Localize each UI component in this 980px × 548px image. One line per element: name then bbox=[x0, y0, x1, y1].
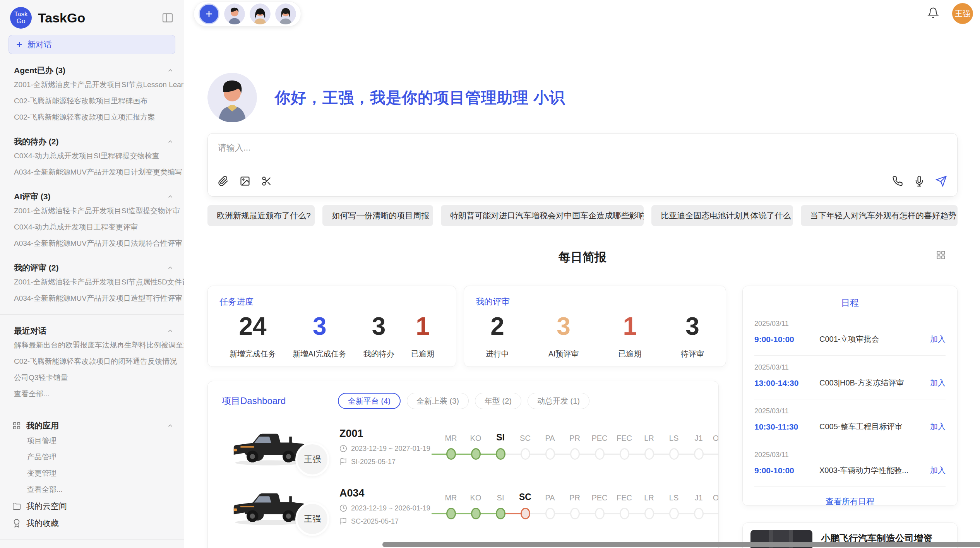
input-toolbar bbox=[218, 175, 947, 187]
sidebar-chat-item[interactable]: Z001-全新燃油轻卡产品开发项目SI造型提交物评审 bbox=[0, 203, 184, 219]
sidebar-chat-item[interactable]: C02-飞腾新能源轻客改款项目立项汇报方案 bbox=[0, 109, 184, 125]
collapse-sidebar-icon[interactable] bbox=[161, 12, 174, 24]
join-link[interactable]: 加入 bbox=[930, 378, 946, 388]
milestone-dot bbox=[496, 508, 505, 519]
sidebar-chat-item[interactable]: C02-飞腾新能源轻客改款项目里程碑画布 bbox=[0, 93, 184, 109]
layout-grid-icon[interactable] bbox=[936, 250, 946, 260]
sidebar-item-ai-super-staff[interactable]: AI超级员工 bbox=[0, 545, 184, 548]
task-progress-card: 任务进度 24 新增完成任务 3 bbox=[207, 286, 456, 367]
scissors-icon[interactable] bbox=[261, 176, 272, 187]
join-link[interactable]: 加入 bbox=[930, 421, 946, 432]
section-recent-chats[interactable]: 最近对话 bbox=[0, 325, 184, 337]
chevron-up-icon[interactable] bbox=[167, 264, 174, 271]
project-row[interactable]: 王强 A034 2023-12-19 ~ 2026-01-19 bbox=[222, 484, 711, 528]
stat-label: 新增AI完成任务 bbox=[293, 349, 346, 359]
attachment-icon[interactable] bbox=[218, 176, 229, 187]
dashboard-tab[interactable]: 全新平台 (4) bbox=[338, 393, 401, 409]
milestone-label: PEC bbox=[591, 492, 607, 507]
sidebar-chat-item[interactable]: C0X4-动力总成开发项目SI里程碑提交物检查 bbox=[0, 148, 184, 164]
send-icon[interactable] bbox=[935, 175, 947, 187]
milestone-label: SC bbox=[519, 492, 531, 507]
chevron-up-icon[interactable] bbox=[167, 138, 174, 145]
image-upload-icon[interactable] bbox=[240, 176, 250, 187]
project-row[interactable]: 王强 Z001 2023-12-19 ~ 2027-01-19 bbox=[222, 425, 711, 469]
sidebar-chat-item[interactable]: A034-全新新能源MUV产品开发项目造型可行性评审 bbox=[0, 290, 184, 307]
milestone-dot bbox=[471, 508, 481, 519]
project-owner-badge: 王强 bbox=[295, 502, 329, 536]
milestone-dot bbox=[694, 508, 704, 519]
stat-value: 3 bbox=[557, 314, 571, 339]
phone-call-icon[interactable] bbox=[892, 176, 903, 187]
milestone-dot bbox=[521, 448, 530, 460]
badge-star-icon bbox=[12, 519, 21, 527]
stat-item: 3 新增AI完成任务 bbox=[293, 314, 346, 359]
sidebar-chat-item[interactable]: A034-全新新能源MUV产品开发项目法规符合性评审 bbox=[0, 235, 184, 252]
assistant-avatar bbox=[207, 73, 257, 122]
new-chat-button[interactable]: 新对话 bbox=[9, 35, 175, 54]
milestone-dot bbox=[620, 448, 629, 460]
dashboard-tab[interactable]: 全新上装 (3) bbox=[407, 393, 469, 409]
chevron-up-icon[interactable] bbox=[167, 193, 174, 200]
sidebar-chat-item[interactable]: C0X4-动力总成开发项目工程变更评审 bbox=[0, 219, 184, 235]
suggestion-chip[interactable]: 当下年轻人对汽车外观有怎样的喜好趋势 bbox=[801, 205, 958, 226]
sidebar-app-item[interactable]: 产品管理 bbox=[0, 449, 184, 465]
sidebar-chat-item[interactable]: A034-全新新能源MUV产品开发项目计划变更类编写 bbox=[0, 164, 184, 180]
sidebar-app-item[interactable]: 查看全部... bbox=[0, 481, 184, 498]
chat-input[interactable] bbox=[218, 143, 947, 153]
horizontal-scrollbar[interactable] bbox=[382, 542, 980, 547]
dashboard-tab[interactable]: 动总开发 (1) bbox=[528, 393, 589, 409]
sidebar-item-cloud-space[interactable]: 我的云空间 bbox=[0, 498, 184, 515]
milestone: OKTB bbox=[711, 492, 719, 520]
stat-item: 3 AI预评审 bbox=[548, 314, 579, 359]
stat-label: 已逾期 bbox=[411, 349, 434, 359]
chevron-up-icon[interactable] bbox=[167, 67, 174, 74]
suggestion-chip[interactable]: 特朗普可能对进口汽车增税会对中国车企造成哪些影响 bbox=[441, 205, 644, 226]
suggestion-chip[interactable]: 比亚迪全固态电池计划具体说了什么 bbox=[651, 205, 793, 226]
sidebar: Task Go TaskGo 新对话 Agent已办 (3) Z001-全新燃油… bbox=[0, 0, 184, 548]
sidebar-item-favorites[interactable]: 我的收藏 bbox=[0, 515, 184, 532]
view-all-schedule-link[interactable]: 查看所有日程 bbox=[754, 487, 946, 506]
section-ai-review[interactable]: AI评审 (3) bbox=[0, 190, 184, 203]
sidebar-chat-item[interactable]: Z001-全新燃油轻卡产品开发项目SI节点属性5D文件评审 bbox=[0, 274, 184, 290]
join-link[interactable]: 加入 bbox=[930, 465, 946, 476]
join-link[interactable]: 加入 bbox=[930, 334, 946, 344]
milestone-label: LS bbox=[669, 433, 678, 447]
sidebar-recent-item[interactable]: 解释最新出台的欧盟报废车法规再生塑料比例被调至15%... bbox=[0, 337, 184, 353]
sidebar-recent-item[interactable]: 公司Q3轻卡销量 bbox=[0, 370, 184, 386]
stat-item: 24 新增完成任务 bbox=[230, 314, 276, 359]
notification-bell-icon[interactable] bbox=[927, 7, 939, 19]
user-avatar[interactable]: 王强 bbox=[952, 3, 973, 24]
milestone: SC bbox=[513, 492, 538, 520]
section-label: 我的应用 bbox=[26, 420, 59, 431]
sidebar-app-item[interactable]: 变更管理 bbox=[0, 465, 184, 481]
stat-item: 1 已逾期 bbox=[618, 314, 641, 359]
milestone: PR bbox=[562, 492, 587, 520]
sidebar-recent-item[interactable]: C02-飞腾新能源轻客改款项目的闭环通告反馈情况 bbox=[0, 353, 184, 370]
stat-item: 3 我的待办 bbox=[363, 314, 394, 359]
chevron-up-icon[interactable] bbox=[167, 327, 174, 334]
sidebar-recent-item[interactable]: 查看全部... bbox=[0, 386, 184, 402]
chat-input-card bbox=[207, 133, 958, 197]
suggestion-chip[interactable]: 欧洲新规最近颁布了什么? bbox=[207, 205, 315, 226]
dashboard-tab[interactable]: 年型 (2) bbox=[475, 393, 521, 409]
sidebar-chat-item[interactable]: Z001-全新燃油皮卡产品开发项目SI节点Lesson Learn报告 bbox=[0, 77, 184, 93]
schedule-date: 2025/03/11 bbox=[754, 320, 946, 328]
milestone: FEC bbox=[612, 433, 637, 461]
section-agent-done[interactable]: Agent已办 (3) bbox=[0, 64, 184, 77]
schedule-date: 2025/03/11 bbox=[754, 363, 946, 372]
milestone-label: PR bbox=[569, 492, 580, 507]
add-session-button[interactable] bbox=[199, 3, 219, 24]
avatar-agent-2[interactable] bbox=[250, 3, 271, 24]
sidebar-app-item[interactable]: 项目管理 bbox=[0, 433, 184, 449]
chevron-up-icon[interactable] bbox=[167, 422, 174, 429]
clock-icon bbox=[339, 504, 347, 512]
avatar-agent-3[interactable] bbox=[275, 3, 296, 24]
section-my-review[interactable]: 我的评审 (2) bbox=[0, 262, 184, 274]
microphone-icon[interactable] bbox=[914, 176, 925, 187]
stat-label: 新增完成任务 bbox=[230, 349, 276, 359]
section-my-apps[interactable]: 我的应用 bbox=[0, 419, 184, 433]
section-my-todo[interactable]: 我的待办 (2) bbox=[0, 135, 184, 148]
milestone-label: OKTB bbox=[713, 492, 719, 507]
avatar-agent-1[interactable] bbox=[224, 3, 245, 24]
suggestion-chip[interactable]: 如何写一份清晰的项目周报 bbox=[322, 205, 433, 226]
